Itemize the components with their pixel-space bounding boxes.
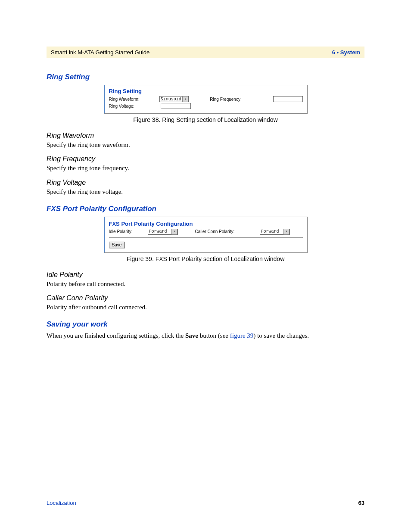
subheading-idle-polarity: Idle Polarity: [47, 271, 364, 279]
select-ring-waveform[interactable]: Sinusoid ▾: [159, 96, 189, 102]
figure-38-title: Ring Setting: [109, 88, 303, 94]
document-page: SmartLink M-ATA Getting Started Guide 6 …: [0, 0, 411, 532]
body-ring-waveform: Specify the ring tone waveform.: [47, 140, 364, 149]
label-ring-frequency: Ring Frequency:: [210, 97, 273, 102]
saving-text-after: ) to save the changes.: [253, 332, 309, 339]
page-footer: Localization 63: [47, 500, 364, 506]
label-caller-conn-polarity: Caller Conn Polarity:: [195, 229, 260, 234]
figure-38-caption: Figure 38. Ring Setting section of Local…: [47, 116, 364, 123]
chevron-down-icon: ▾: [182, 96, 188, 102]
subheading-ring-waveform: Ring Waveform: [47, 132, 364, 140]
input-ring-voltage[interactable]: [161, 103, 191, 109]
select-ring-waveform-value: Sinusoid: [161, 97, 181, 102]
body-ring-frequency: Specify the ring tone frequency.: [47, 164, 364, 172]
figure-39-panel: FXS Port Polarity Configuration Idle Pol…: [104, 217, 308, 253]
doc-title: SmartLink M-ATA Getting Started Guide: [51, 49, 149, 56]
chapter-label: 6 • System: [332, 49, 360, 56]
row-ring-waveform: Ring Waveform: Sinusoid ▾ Ring Frequency…: [109, 96, 303, 102]
chevron-down-icon: ▾: [283, 229, 290, 235]
subheading-ring-frequency: Ring Frequency: [47, 155, 364, 163]
select-idle-polarity[interactable]: Forward ▾: [148, 229, 178, 235]
row-ring-voltage: Ring Voltage:: [109, 103, 303, 109]
label-idle-polarity: Idle Polarity:: [109, 229, 148, 234]
figure-38-panel: Ring Setting Ring Waveform: Sinusoid ▾ R…: [104, 85, 308, 114]
figure-39-caption: Figure 39. FXS Port Polarity section of …: [47, 255, 364, 262]
select-caller-polarity-value: Forward: [261, 229, 279, 234]
save-button[interactable]: Save: [109, 242, 125, 248]
body-caller-conn: Polarity after outbound call connected.: [47, 303, 364, 311]
footer-page-number: 63: [358, 500, 364, 506]
body-saving: When you are finished configuring settin…: [47, 331, 364, 340]
saving-save-bold: Save: [185, 332, 198, 339]
page-header-bar: SmartLink M-ATA Getting Started Guide 6 …: [47, 47, 364, 58]
subheading-caller-conn: Caller Conn Polarity: [47, 294, 364, 302]
body-ring-voltage: Specify the ring tone voltage.: [47, 187, 364, 196]
select-caller-polarity[interactable]: Forward ▾: [260, 229, 290, 235]
heading-ring-setting: Ring Setting: [47, 73, 364, 81]
input-ring-frequency[interactable]: [273, 96, 303, 102]
row-idle-polarity: Idle Polarity: Forward ▾ Caller Conn Pol…: [109, 229, 303, 235]
heading-saving: Saving your work: [47, 320, 364, 329]
saving-text-before: When you are finished configuring settin…: [47, 332, 185, 339]
body-idle-polarity: Polarity before call connected.: [47, 280, 364, 288]
divider: [109, 237, 303, 238]
saving-text-mid: button (see: [198, 332, 230, 339]
subheading-ring-voltage: Ring Voltage: [47, 179, 364, 187]
heading-fxs: FXS Port Polarity Configuration: [47, 205, 364, 213]
label-ring-voltage: Ring Voltage:: [109, 104, 161, 109]
label-ring-waveform: Ring Waveform:: [109, 97, 159, 102]
chevron-down-icon: ▾: [171, 229, 177, 235]
footer-section: Localization: [47, 500, 76, 506]
figure-39-title: FXS Port Polarity Configuration: [109, 221, 303, 227]
select-idle-polarity-value: Forward: [149, 229, 167, 234]
link-figure-39[interactable]: figure 39: [230, 332, 254, 339]
